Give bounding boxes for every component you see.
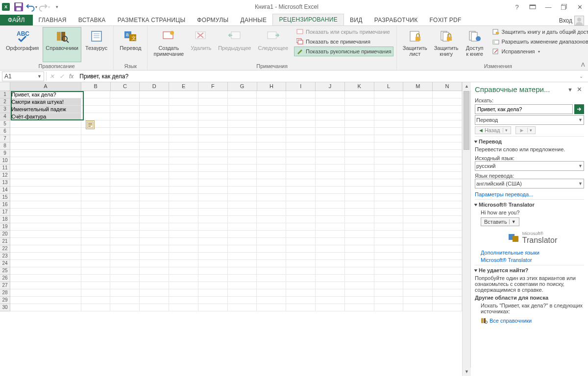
cell[interactable] [228, 275, 257, 282]
cell[interactable] [228, 282, 257, 289]
cell[interactable] [345, 113, 374, 120]
cell[interactable] [140, 179, 169, 187]
col-header-J[interactable]: J [316, 82, 345, 91]
cell[interactable] [110, 172, 140, 179]
cell[interactable] [169, 245, 198, 253]
cell[interactable] [81, 223, 111, 231]
cell[interactable] [286, 150, 316, 157]
translate-button[interactable]: a文 Перевод [117, 27, 144, 62]
cell[interactable] [169, 172, 198, 179]
cell[interactable] [433, 231, 462, 238]
cell[interactable] [169, 260, 198, 267]
cell[interactable] [228, 150, 257, 157]
cell[interactable] [140, 223, 169, 231]
cell[interactable] [257, 113, 286, 120]
col-header-H[interactable]: H [257, 82, 287, 91]
cell[interactable] [169, 150, 198, 157]
cell[interactable] [257, 275, 286, 282]
cell[interactable] [198, 120, 228, 128]
cell[interactable] [228, 179, 257, 187]
cell[interactable] [81, 267, 111, 275]
cell[interactable] [169, 201, 198, 209]
cell[interactable] [374, 275, 404, 282]
row-header[interactable]: 5 [0, 120, 10, 128]
col-header-E[interactable]: E [169, 82, 198, 91]
cell[interactable] [10, 120, 81, 128]
cell[interactable] [403, 194, 433, 201]
cell[interactable] [110, 253, 140, 260]
scroll-thumb[interactable] [464, 91, 469, 150]
protect-workbook-button[interactable]: Защитить книгу [431, 27, 462, 62]
cell[interactable]: Привет, как дела? [10, 91, 81, 98]
cell[interactable] [140, 164, 169, 172]
cell[interactable] [81, 113, 111, 120]
cell[interactable] [140, 245, 169, 253]
restore-button[interactable] [558, 2, 570, 12]
cell[interactable] [169, 297, 198, 304]
cell[interactable] [10, 172, 81, 179]
cell[interactable] [345, 245, 374, 253]
next-comment-button[interactable]: Следующее [255, 27, 291, 62]
cell[interactable] [228, 91, 257, 98]
cell[interactable] [345, 91, 374, 98]
cell[interactable] [286, 223, 316, 231]
cell[interactable] [81, 187, 111, 194]
cell[interactable] [81, 91, 111, 98]
cell[interactable] [345, 201, 374, 209]
col-header-D[interactable]: D [140, 82, 169, 91]
cell[interactable] [345, 157, 374, 164]
cell[interactable] [403, 120, 433, 128]
cell[interactable] [403, 216, 433, 223]
cell[interactable] [169, 187, 198, 194]
cell[interactable] [140, 128, 169, 135]
cell[interactable] [257, 187, 286, 194]
cell[interactable] [198, 91, 228, 98]
cell[interactable] [403, 106, 433, 113]
cell[interactable] [257, 267, 286, 275]
cell[interactable] [345, 172, 374, 179]
cell[interactable] [433, 267, 462, 275]
tab-developer[interactable]: РАЗРАБОТЧИК [368, 15, 424, 25]
row-header[interactable]: 19 [0, 223, 10, 231]
cell[interactable] [228, 231, 257, 238]
cell[interactable] [198, 157, 228, 164]
cell[interactable] [228, 209, 257, 216]
cell[interactable] [257, 194, 286, 201]
row-header[interactable]: 7 [0, 135, 10, 142]
cell[interactable] [110, 194, 140, 201]
col-header-M[interactable]: M [403, 82, 433, 91]
cell[interactable] [198, 98, 228, 106]
row-header[interactable]: 24 [0, 260, 10, 267]
cell[interactable] [403, 267, 433, 275]
cell[interactable] [403, 172, 433, 179]
cell[interactable] [10, 157, 81, 164]
undo-button[interactable]: ▾ [25, 1, 37, 12]
cell[interactable] [345, 142, 374, 150]
cell[interactable] [374, 201, 404, 209]
col-header-K[interactable]: K [345, 82, 374, 91]
cell[interactable] [140, 98, 169, 106]
expand-formula-bar[interactable]: ⌄ [579, 73, 588, 79]
row-header[interactable]: 28 [0, 289, 10, 297]
cell[interactable] [286, 289, 316, 297]
cell[interactable] [374, 179, 404, 187]
cell[interactable] [198, 245, 228, 253]
cell[interactable] [403, 187, 433, 194]
cell[interactable] [257, 297, 286, 304]
cell[interactable] [316, 106, 345, 113]
cell[interactable] [316, 164, 345, 172]
cell[interactable] [316, 201, 345, 209]
cell[interactable] [374, 187, 404, 194]
cell[interactable] [316, 209, 345, 216]
tab-data[interactable]: ДАННЫЕ [234, 15, 272, 25]
cell[interactable] [345, 238, 374, 245]
cell[interactable] [140, 194, 169, 201]
cell[interactable] [403, 253, 433, 260]
cell[interactable] [10, 245, 81, 253]
cell[interactable] [10, 135, 81, 142]
cell[interactable] [257, 231, 286, 238]
track-changes-button[interactable]: Исправления ▾ [490, 47, 588, 56]
cell[interactable]: Счёт-фактура [10, 113, 81, 120]
row-header[interactable]: 22 [0, 245, 10, 253]
cell[interactable] [198, 142, 228, 150]
